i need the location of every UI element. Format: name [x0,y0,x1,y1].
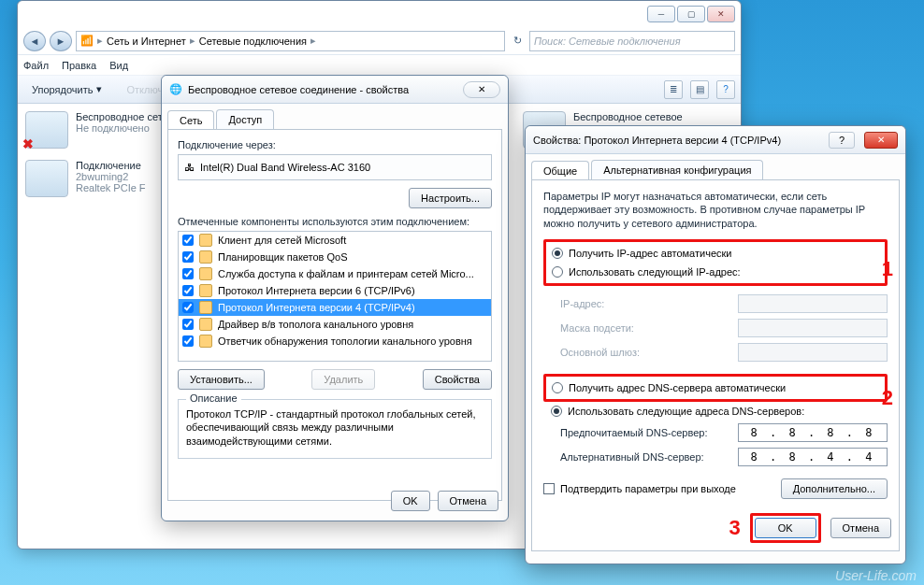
ipv4-properties-dialog: Свойства: Протокол Интернета версии 4 (T… [525,125,906,564]
component-label: Протокол Интернета версии 4 (TCP/IPv4) [218,302,415,313]
breadcrumb-item[interactable]: Сетевые подключения [199,36,307,47]
adapter-icon [25,160,68,197]
annotation-1: 1 [882,259,893,279]
radio-row[interactable]: Получить адрес DNS-сервера автоматически [552,378,879,397]
dns2-label: Альтернативный DNS-сервер: [560,451,704,463]
radio-label: Использовать следующие адреса DNS-сервер… [568,406,804,417]
explorer-titlebar: ─ ▢ ✕ [18,1,741,27]
component-icon [199,335,212,348]
component-checkbox[interactable] [182,285,194,296]
ip-label: IP-адрес: [560,298,604,309]
menu-view[interactable]: Вид [109,60,128,71]
component-checkbox[interactable] [182,235,194,246]
validate-checkbox[interactable] [543,483,555,494]
component-icon [199,234,212,247]
advanced-button[interactable]: Дополнительно... [781,478,888,499]
organize-button[interactable]: Упорядочить ▾ [23,79,110,100]
gateway-field [738,343,888,362]
ip-panel: Параметры IP могут назначаться автоматич… [531,179,900,551]
radio-row[interactable]: Использовать следующие адреса DNS-сервер… [543,402,888,421]
component-label: Ответчик обнаружения топологии канальног… [218,335,472,347]
uninstall-button: Удалить [311,369,375,390]
radio-label: Использовать следующий IP-адрес: [569,266,741,278]
list-item[interactable]: Служба доступа к файлам и принтерам сете… [179,265,491,282]
validate-label: Подтвердить параметры при выходе [560,483,736,494]
dns1-field[interactable] [738,423,888,442]
tab-access[interactable]: Доступ [216,109,274,129]
connection-name: Подключение [76,160,146,171]
nic-icon: 🖧 [184,162,195,173]
tab-network[interactable]: Сеть [167,110,214,130]
search-input[interactable]: Поиск: Сетевые подключения [529,31,735,51]
validate-row[interactable]: Подтвердить параметры при выходе Дополни… [543,478,888,499]
breadcrumb-sep: ▸ [188,35,197,47]
menu-edit[interactable]: Правка [62,60,96,71]
maximize-button[interactable]: ▢ [677,6,705,22]
tab-general[interactable]: Общие [531,161,589,180]
cancel-button[interactable]: Отмена [830,518,891,538]
breadcrumb-item[interactable]: Сеть и Интернет [107,36,186,47]
refresh-icon[interactable]: ↻ [509,35,526,47]
annotation-box-1: Получить IP-адрес автоматически Использо… [543,239,888,286]
ok-button[interactable]: OK [755,518,816,538]
back-button[interactable]: ◄ [23,31,46,51]
nav-row: ◄ ► 📶 ▸ Сеть и Интернет ▸ Сетевые подклю… [18,27,741,55]
breadcrumb[interactable]: 📶 ▸ Сеть и Интернет ▸ Сетевые подключени… [76,31,505,51]
radio-manual-dns[interactable] [551,406,562,417]
component-checkbox[interactable] [182,268,194,279]
component-checkbox[interactable] [182,319,194,330]
annotation-3: 3 [729,518,740,538]
dialog-title: Беспроводное сетевое соединение - свойст… [188,84,409,95]
component-label: Протокол Интернета версии 6 (TCP/IPv6) [218,285,415,296]
ip-description: Параметры IP могут назначаться автоматич… [543,190,888,230]
close-button[interactable]: ✕ [707,6,735,22]
help-button[interactable]: ? [829,132,855,149]
connection-ssid: 2bwuming2 [76,171,146,182]
component-icon [199,267,212,280]
component-checkbox[interactable] [182,335,194,347]
component-checkbox[interactable] [182,251,194,263]
list-item[interactable]: Планировщик пакетов QoS [179,249,491,265]
dialog-titlebar: 🌐 Беспроводное сетевое соединение - свой… [162,76,508,104]
radio-auto-dns[interactable] [552,382,563,393]
list-item[interactable]: Ответчик обнаружения топологии канальног… [179,333,491,350]
radio-row[interactable]: Использовать следующий IP-адрес: [552,263,879,281]
component-icon [199,318,212,331]
menu-file[interactable]: Файл [23,60,49,71]
configure-button[interactable]: Настроить... [409,188,492,208]
component-checkbox[interactable] [182,302,194,313]
close-button[interactable]: ✕ [463,81,500,98]
tab-alternate[interactable]: Альтернативная конфигурация [591,160,763,179]
component-label: Драйвер в/в тополога канального уровня [218,319,413,330]
list-item[interactable]: Протокол Интернета версии 6 (TCP/IPv6) [179,282,491,299]
forward-button[interactable]: ► [50,31,72,51]
preview-pane-icon[interactable]: ▤ [690,80,709,99]
component-label: Служба доступа к файлам и принтерам сете… [218,268,474,279]
component-label: Планировщик пакетов QoS [218,251,348,263]
component-list[interactable]: Клиент для сетей Microsoft Планировщик п… [178,231,492,362]
list-item[interactable]: Клиент для сетей Microsoft [179,232,491,249]
cancel-button[interactable]: Отмена [438,491,498,511]
minimize-button[interactable]: ─ [647,6,675,22]
search-placeholder: Поиск: Сетевые подключения [534,36,681,47]
list-item-selected[interactable]: Протокол Интернета версии 4 (TCP/IPv4) [179,299,491,316]
radio-auto-ip[interactable] [552,248,563,259]
radio-manual-ip[interactable] [552,266,563,278]
ok-button[interactable]: OK [391,491,430,511]
folder-icon: 📶 [80,35,94,47]
list-item[interactable]: Драйвер в/в тополога канального уровня [179,316,491,333]
dns2-field[interactable] [738,448,888,466]
description-group: Описание Протокол TCP/IP - стандартный п… [178,399,492,459]
install-button[interactable]: Установить... [178,369,265,390]
help-icon[interactable]: ? [716,80,735,99]
radio-label: Получить адрес DNS-сервера автоматически [569,382,786,393]
description-text: Протокол TCP/IP - стандартный протокол г… [186,407,484,448]
network-icon: 🌐 [169,83,182,95]
ip-field [738,294,888,313]
properties-button[interactable]: Свойства [423,369,492,390]
close-button[interactable]: ✕ [864,132,898,149]
radio-row[interactable]: Получить IP-адрес автоматически [552,244,879,263]
adapter-icon [25,111,68,149]
view-options-icon[interactable]: ≣ [664,80,683,99]
component-icon [199,250,212,264]
